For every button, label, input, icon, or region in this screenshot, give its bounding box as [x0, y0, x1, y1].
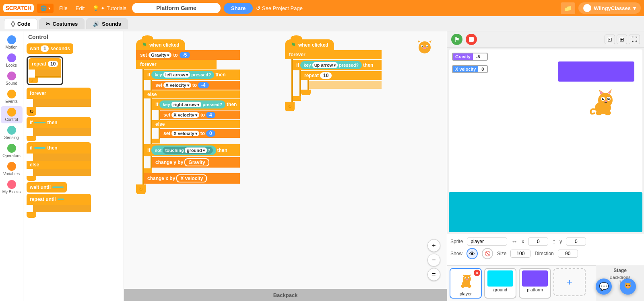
block-set-xvel-0[interactable]: set X velocity ▾ to 0: [160, 129, 240, 138]
category-operators[interactable]: Operators: [1, 142, 23, 160]
block-change-y-gravity[interactable]: change y by Gravity: [152, 157, 240, 168]
project-name-input[interactable]: [132, 3, 221, 13]
block-wait-until[interactable]: wait until: [27, 182, 67, 192]
category-control[interactable]: Control: [1, 106, 23, 123]
main-layout: Motion Looks Sound Events Control Sensin…: [0, 31, 644, 301]
sprite-player-delete[interactable]: ✕: [474, 270, 480, 276]
script-area[interactable]: ⚑ when clicked set Gravity ▾ to -5 forev…: [124, 31, 447, 301]
svg-point-22: [466, 279, 468, 281]
blocks-panel: Control wait 1 seconds repeat 10 ↲ forev…: [23, 31, 124, 301]
sprite-player[interactable]: ✕ playe: [450, 268, 482, 299]
block-if-then[interactable]: if then: [27, 117, 91, 141]
sprite-direction-input[interactable]: [558, 250, 578, 258]
sprite-platform-thumb: [522, 270, 548, 287]
svg-point-27: [626, 285, 627, 286]
save-icon-button[interactable]: 📁: [561, 2, 575, 14]
hat-block-2[interactable]: ⚑ when clicked: [285, 39, 334, 50]
file-menu[interactable]: File: [57, 4, 70, 13]
block-if-then-else[interactable]: if then else: [27, 142, 91, 181]
green-flag-button[interactable]: ⚑: [451, 34, 462, 45]
tab-code[interactable]: ⟨⟩ Code: [4, 18, 37, 29]
fullscreen-button[interactable]: ⛶: [629, 35, 640, 44]
language-button[interactable]: 🌐 ▾: [37, 4, 54, 13]
block-if-up[interactable]: if key up arrow ▾ pressed? then: [293, 60, 382, 70]
block-set-xvel-4[interactable]: set X velocity ▾ to 4: [160, 111, 240, 119]
sprite-ground[interactable]: ground: [484, 268, 516, 299]
stage-canvas: Gravity -5 X velocity 0: [449, 49, 642, 232]
block-else-2: else: [152, 120, 240, 128]
tab-sounds[interactable]: 🔊 Sounds: [86, 18, 128, 29]
category-looks[interactable]: Looks: [1, 52, 23, 69]
block-change-x-velocity[interactable]: change x by X velocity: [144, 173, 240, 184]
code-icon: ⟨⟩: [11, 21, 15, 27]
zoom-out-button[interactable]: −: [427, 254, 440, 266]
costume-icon: ✂: [46, 21, 50, 27]
share-button[interactable]: Share: [224, 3, 253, 14]
sprite-x-input[interactable]: [528, 238, 548, 246]
user-menu[interactable]: WiingyClasses ▾: [578, 2, 641, 14]
block-repeat-until[interactable]: repeat until: [27, 194, 91, 218]
category-myblocks[interactable]: My Blocks: [1, 178, 23, 196]
category-events[interactable]: Events: [1, 88, 23, 105]
sprite-platform[interactable]: platform: [519, 268, 551, 299]
svg-point-24: [461, 285, 465, 288]
sprite-y-input[interactable]: [566, 238, 586, 246]
globe-icon: 🌐: [40, 5, 47, 11]
block-wait-seconds[interactable]: wait 1 seconds: [27, 43, 73, 54]
block-if-not-touching[interactable]: if not touching ground ▾ ? then: [144, 144, 240, 156]
x-arrow-icon: ↔: [511, 238, 518, 245]
events-dot: [7, 90, 16, 98]
gravity-value: -5: [473, 53, 483, 60]
block-set-xvel-neg4[interactable]: set X velocity ▾ to -4: [152, 81, 240, 90]
block-forever[interactable]: forever ↻: [27, 88, 91, 116]
scratch-cat-button[interactable]: [620, 278, 636, 295]
zoom-reset-button[interactable]: =: [427, 268, 440, 281]
stage-area: ⚑ ⊡ ⊞ ⛶ Gravity -5 X velocity 0: [447, 31, 644, 301]
see-project-button[interactable]: ↺ See Project Page: [256, 5, 303, 11]
block-if-left[interactable]: if key left arrow ▾ pressed? then: [144, 70, 240, 80]
show-button[interactable]: 👁: [466, 248, 478, 259]
sprite-size-input[interactable]: [510, 250, 530, 258]
gravity-monitor: Gravity -5: [452, 53, 488, 61]
sensing-dot: [7, 126, 16, 135]
sprite-name-input[interactable]: [467, 238, 507, 246]
category-motion[interactable]: Motion: [1, 34, 23, 51]
tab-costumes[interactable]: ✂ Costumes: [39, 18, 85, 29]
blocks-panel-title: Control: [27, 34, 120, 40]
category-sensing[interactable]: Sensing: [1, 124, 23, 141]
block-repeat[interactable]: repeat 10: [29, 58, 61, 70]
top-nav: SCRATCH 🌐 ▾ File Edit 💡 ✦ Tutorials Shar…: [0, 0, 644, 16]
block-set-gravity[interactable]: set Gravity ▾ to -5: [136, 50, 240, 60]
categories-sidebar: Motion Looks Sound Events Control Sensin…: [0, 31, 23, 301]
sprite-ground-label: ground: [487, 287, 514, 292]
zoom-in-button[interactable]: +: [427, 239, 440, 252]
edit-menu[interactable]: Edit: [73, 4, 87, 13]
zoom-controls: + − =: [427, 239, 440, 281]
scratch-chat-button[interactable]: 💬: [596, 278, 612, 295]
block-repeat-10-2[interactable]: repeat 10: [301, 71, 382, 80]
scratch-logo[interactable]: SCRATCH: [3, 4, 34, 12]
myblocks-dot: [7, 180, 16, 189]
stop-button[interactable]: [466, 34, 477, 45]
category-variables[interactable]: Variables: [1, 160, 23, 178]
block-forever-1[interactable]: forever if key left arrow ▾ pressed? the…: [136, 60, 240, 194]
normal-stage-button[interactable]: ⊞: [617, 35, 627, 44]
block-if-right[interactable]: if key right arrow ▾ pressed? then: [152, 99, 240, 110]
backpack-bar[interactable]: Backpack: [124, 289, 447, 301]
sprite-ground-thumb: [487, 270, 513, 287]
category-sound[interactable]: Sound: [1, 70, 23, 87]
small-stage-button[interactable]: ⊡: [605, 35, 615, 44]
sprite-platform-label: platform: [521, 287, 549, 292]
hide-button[interactable]: 🚫: [482, 248, 493, 259]
add-sprite-button[interactable]: +: [553, 268, 586, 296]
xvelocity-label: X velocity: [453, 66, 478, 72]
svg-point-29: [627, 286, 629, 287]
stage-toolbar: ⚑ ⊡ ⊞ ⛶: [447, 31, 644, 48]
tutorials-button[interactable]: 💡 ✦ Tutorials: [90, 4, 129, 13]
sprite-info-panel: Sprite ↔ x ↕ y Show 👁 🚫 Size Direction: [447, 234, 644, 265]
hat-block-1[interactable]: ⚑ when clicked: [136, 39, 185, 50]
purple-rect: [558, 61, 634, 82]
block-forever-2[interactable]: forever if key up arrow ▾ pressed? then: [285, 50, 382, 111]
monitors: Gravity -5 X velocity 0: [450, 51, 489, 75]
direction-label: Direction: [535, 251, 553, 256]
